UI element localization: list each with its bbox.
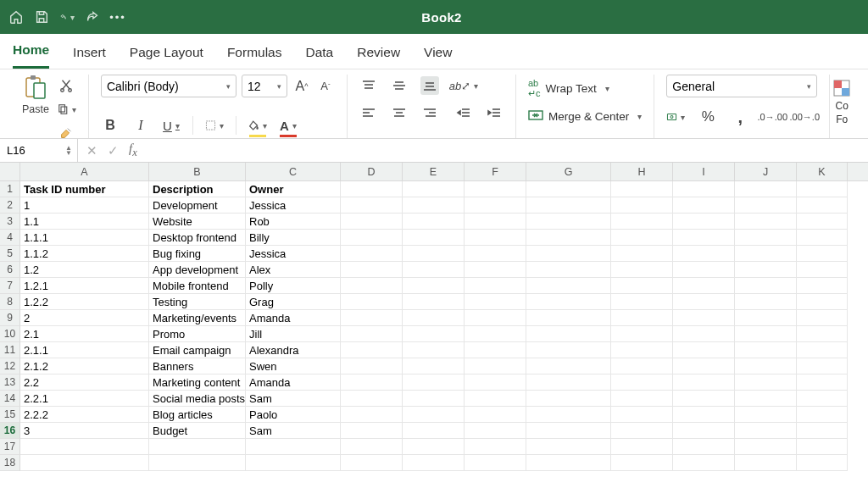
cell[interactable]: 2.1.1 [20, 342, 149, 358]
cell[interactable] [735, 230, 797, 246]
decrease-decimal-icon[interactable]: .00→.0 [795, 108, 814, 126]
cell[interactable] [465, 197, 526, 214]
cell[interactable] [403, 439, 465, 455]
accounting-format-icon[interactable]: ▾ [666, 108, 685, 126]
row-header[interactable]: 14 [0, 391, 20, 407]
cell[interactable] [735, 391, 797, 407]
cell[interactable]: Jill [246, 326, 341, 342]
cell[interactable] [526, 358, 611, 374]
name-box[interactable]: L16 ▲▼ [0, 139, 78, 162]
cell[interactable]: Sam [246, 423, 341, 439]
cell[interactable]: Bug fixing [149, 246, 246, 262]
cell[interactable]: 1.1.2 [20, 246, 149, 262]
cell[interactable] [341, 374, 403, 391]
redo-icon[interactable] [85, 9, 100, 25]
align-right-icon[interactable] [420, 103, 439, 122]
cell[interactable] [526, 374, 611, 391]
cell[interactable]: Rob [246, 214, 341, 230]
conditional-formatting-button[interactable]: Co Fo [830, 75, 854, 138]
percent-icon[interactable]: % [698, 108, 717, 126]
cell[interactable] [797, 262, 848, 278]
cell[interactable] [526, 246, 611, 262]
col-header[interactable]: K [797, 163, 848, 180]
cell[interactable]: Amanda [246, 374, 341, 391]
cell[interactable]: Jessica [246, 246, 341, 262]
cell[interactable] [673, 326, 735, 342]
cell[interactable] [797, 214, 848, 230]
cell[interactable] [341, 391, 403, 407]
cell[interactable] [526, 214, 611, 230]
cell[interactable] [403, 407, 465, 423]
row-header[interactable]: 15 [0, 407, 20, 423]
cell[interactable] [735, 214, 797, 230]
cell[interactable]: Mobile frontend [149, 278, 246, 294]
cell[interactable] [797, 439, 848, 455]
cell[interactable] [465, 358, 526, 374]
row-header[interactable]: 17 [0, 439, 20, 455]
increase-font-icon[interactable]: A^ [292, 77, 311, 96]
save-icon[interactable] [34, 9, 49, 25]
cell[interactable] [797, 423, 848, 439]
align-bottom-icon[interactable] [420, 76, 439, 95]
cell[interactable]: 2.1 [20, 326, 149, 342]
increase-indent-icon[interactable] [485, 103, 504, 122]
paste-icon[interactable] [24, 75, 47, 102]
cancel-formula-icon[interactable]: ✕ [86, 143, 97, 158]
cell[interactable] [526, 181, 611, 197]
cell[interactable] [526, 407, 611, 423]
row-header[interactable]: 16 [0, 423, 20, 439]
cell[interactable] [797, 342, 848, 358]
cell[interactable] [526, 310, 611, 326]
cell[interactable] [341, 342, 403, 358]
cell[interactable]: 1.1.1 [20, 230, 149, 246]
cell[interactable] [735, 294, 797, 310]
cell[interactable]: Blog articles [149, 407, 246, 423]
cell[interactable] [341, 278, 403, 294]
tab-view[interactable]: View [424, 38, 452, 69]
cell[interactable] [403, 294, 465, 310]
cell[interactable] [611, 342, 673, 358]
cell[interactable] [673, 262, 735, 278]
cell[interactable] [611, 230, 673, 246]
cell[interactable] [797, 181, 848, 197]
cell[interactable] [673, 407, 735, 423]
cell[interactable] [611, 294, 673, 310]
increase-decimal-icon[interactable]: .0→.00 [763, 108, 782, 126]
cell[interactable] [673, 358, 735, 374]
cell[interactable] [611, 326, 673, 342]
cell[interactable] [403, 423, 465, 439]
cell[interactable] [149, 455, 246, 471]
cell[interactable] [403, 326, 465, 342]
select-all-corner[interactable] [0, 163, 20, 180]
cell[interactable] [526, 423, 611, 439]
cell[interactable] [611, 391, 673, 407]
cell[interactable]: Sam [246, 391, 341, 407]
cell[interactable] [673, 310, 735, 326]
align-middle-icon[interactable] [390, 76, 409, 95]
cell[interactable] [797, 455, 848, 471]
cell[interactable] [673, 197, 735, 214]
cell[interactable]: Budget [149, 423, 246, 439]
cell[interactable] [526, 391, 611, 407]
cell[interactable]: 3 [20, 423, 149, 439]
cell[interactable]: Website [149, 214, 246, 230]
cell[interactable]: Marketing/events [149, 310, 246, 326]
col-header[interactable]: E [403, 163, 465, 180]
row-header[interactable]: 18 [0, 455, 20, 471]
cell[interactable]: Task ID number [20, 181, 149, 197]
font-color-icon[interactable]: A▾ [279, 116, 298, 135]
cell[interactable] [735, 326, 797, 342]
cell[interactable] [797, 230, 848, 246]
cell[interactable] [341, 294, 403, 310]
cell[interactable] [797, 391, 848, 407]
cell[interactable] [526, 197, 611, 214]
cell[interactable] [673, 214, 735, 230]
cell[interactable] [341, 262, 403, 278]
cell[interactable] [403, 278, 465, 294]
cell[interactable] [673, 455, 735, 471]
cell[interactable]: Jessica [246, 197, 341, 214]
cell[interactable]: 2.2.2 [20, 407, 149, 423]
cell[interactable] [611, 358, 673, 374]
comma-icon[interactable]: , [731, 108, 749, 126]
cell[interactable] [673, 439, 735, 455]
